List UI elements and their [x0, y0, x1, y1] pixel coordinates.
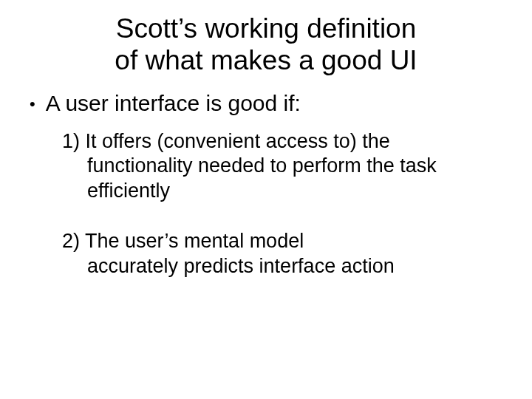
list-item-first-line: 2) The user’s mental model — [62, 229, 470, 254]
title-line-1: Scott’s working definition — [116, 13, 417, 44]
slide-title: Scott’s working definition of what makes… — [27, 13, 505, 76]
list-item-rest: accurately predicts interface action — [62, 254, 470, 279]
list-item-first-line: 1) It offers (convenient access to) the — [62, 129, 470, 154]
list-item-rest: functionality needed to perform the task… — [62, 154, 470, 204]
list-item: 1) It offers (convenient access to) the … — [27, 129, 470, 204]
main-bullet: • A user interface is good if: — [27, 89, 505, 117]
main-bullet-text: A user interface is good if: — [46, 89, 505, 117]
list-item: 2) The user’s mental model accurately pr… — [27, 229, 470, 279]
bullet-icon: • — [30, 89, 35, 115]
title-line-2: of what makes a good UI — [115, 45, 417, 75]
